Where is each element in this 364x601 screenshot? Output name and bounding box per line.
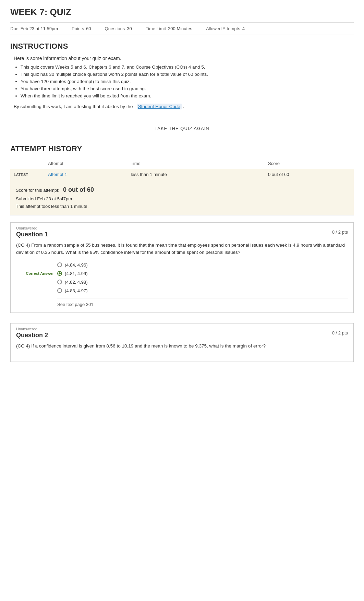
table-header-row: Attempt Time Score (10, 158, 354, 169)
attempt-link[interactable]: Attempt 1 (48, 172, 67, 177)
question-2-text: (CO 4) If a confidence interval is given… (16, 342, 348, 350)
meta-allowed-attempts: Allowed Attempts 4 (206, 26, 245, 31)
question-header-1: Unanswered Question 1 0 / 2 pts (11, 223, 353, 241)
meta-time-limit: Time Limit 200 Minutes (146, 26, 192, 31)
question-header-2: Unanswered Question 2 0 / 2 pts (11, 323, 353, 342)
correct-answer-label: Correct Answer (16, 271, 57, 275)
submitted-line: Submitted Feb 23 at 5:47pm (16, 195, 348, 203)
score-label: Score for this attempt: (16, 188, 59, 193)
col-header-label (10, 158, 45, 169)
take-quiz-container: TAKE THE QUIZ AGAIN (10, 123, 354, 134)
question-2-title: Question 2 (16, 332, 48, 339)
option-label-empty: Correct Answer (16, 263, 57, 267)
meta-due: Due Feb 23 at 11:59pm (10, 26, 58, 31)
list-item: This quiz covers Weeks 5 and 6, Chapters… (21, 64, 354, 70)
question-header-left-1: Unanswered Question 1 (16, 226, 48, 238)
quiz-meta-bar: Due Feb 23 at 11:59pm Points 60 Question… (10, 22, 354, 35)
allowed-attempts-value: 4 (242, 26, 245, 31)
score-value: 0 out of 60 (63, 186, 94, 193)
question-block-1: Unanswered Question 1 0 / 2 pts (CO 4) F… (10, 222, 354, 313)
option-row-correct: Correct Answer (4.81, 4.99) (16, 271, 348, 276)
honor-code-suffix: . (183, 104, 184, 109)
attempt-link-cell[interactable]: Attempt 1 (45, 169, 127, 180)
option-text: (4.84, 4.96) (65, 262, 88, 268)
option-text: (4.83, 4.97) (65, 288, 88, 293)
col-header-time: Time (127, 158, 265, 169)
question-2-points: 0 / 2 pts (332, 330, 348, 335)
question-1-status: Unanswered (16, 226, 48, 230)
time-limit-label: Time Limit (146, 26, 166, 31)
col-header-score: Score (265, 158, 354, 169)
list-item: You have three attempts, with the best s… (21, 86, 354, 91)
question-1-options: Correct Answer (4.84, 4.96) Correct Answ… (16, 262, 348, 293)
question-header-left-2: Unanswered Question 2 (16, 327, 48, 339)
points-value: 60 (86, 26, 91, 31)
list-item: When the time limit is reached you will … (21, 93, 354, 98)
due-label: Due (10, 26, 19, 31)
option-row: Correct Answer (4.84, 4.96) (16, 262, 348, 268)
meta-points: Points 60 (72, 26, 91, 31)
col-header-attempt: Attempt (45, 158, 127, 169)
honor-code-link[interactable]: Student Honor Code (137, 104, 182, 109)
quiz-title: WEEK 7: QUIZ (10, 7, 354, 17)
time-limit-value: 200 Minutes (168, 26, 192, 31)
attempt-history-table: Attempt Time Score LATEST Attempt 1 less… (10, 158, 354, 180)
option-text-correct: (4.81, 4.99) (65, 271, 88, 276)
duration-line: This attempt took less than 1 minute. (16, 203, 348, 210)
attempt-score: 0 out of 60 (265, 169, 354, 180)
score-line: Score for this attempt: 0 out of 60 (16, 185, 348, 195)
question-2-body: (CO 4) If a confidence interval is given… (11, 342, 353, 362)
questions-label: Questions (105, 26, 125, 31)
instructions-title: INSTRUCTIONS (10, 42, 354, 51)
score-summary: Score for this attempt: 0 out of 60 Subm… (10, 180, 354, 215)
attempt-time: less than 1 minute (127, 169, 265, 180)
radio-circle (57, 280, 62, 284)
allowed-attempts-label: Allowed Attempts (206, 26, 240, 31)
question-2-status: Unanswered (16, 327, 48, 331)
option-text: (4.82, 4.98) (65, 280, 88, 285)
honor-code-line: By submitting this work, I am attesting … (14, 104, 354, 109)
questions-value: 30 (127, 26, 132, 31)
option-label-empty: Correct Answer (16, 280, 57, 284)
table-row: LATEST Attempt 1 less than 1 minute 0 ou… (10, 169, 354, 180)
points-label: Points (72, 26, 84, 31)
take-quiz-button[interactable]: TAKE THE QUIZ AGAIN (147, 123, 217, 134)
instructions-list: This quiz covers Weeks 5 and 6, Chapters… (21, 64, 354, 98)
question-1-body: (CO 4) From a random sample of 55 busine… (11, 241, 353, 313)
option-row: Correct Answer (4.83, 4.97) (16, 288, 348, 293)
honor-code-prefix: By submitting this work, I am attesting … (14, 104, 133, 109)
list-item: You have 120 minutes (per attempt) to fi… (21, 79, 354, 84)
question-block-2: Unanswered Question 2 0 / 2 pts (CO 4) I… (10, 323, 354, 362)
list-item: This quiz has 30 multiple choice questio… (21, 72, 354, 77)
radio-circle (57, 262, 62, 267)
due-value: Feb 23 at 11:59pm (21, 26, 58, 31)
attempt-history-title: ATTEMPT HISTORY (10, 144, 354, 153)
question-1-points: 0 / 2 pts (332, 229, 348, 235)
option-row: Correct Answer (4.82, 4.98) (16, 280, 348, 285)
radio-circle (57, 288, 62, 293)
latest-label: LATEST (10, 169, 45, 180)
instructions-intro: Here is some information about your quiz… (14, 56, 354, 61)
meta-questions: Questions 30 (105, 26, 132, 31)
question-1-title: Question 1 (16, 231, 48, 238)
option-label-empty: Correct Answer (16, 288, 57, 293)
question-1-text: (CO 4) From a random sample of 55 busine… (16, 241, 348, 256)
question-1-reference: See text page 301 (57, 298, 348, 307)
radio-circle-correct (57, 271, 62, 276)
